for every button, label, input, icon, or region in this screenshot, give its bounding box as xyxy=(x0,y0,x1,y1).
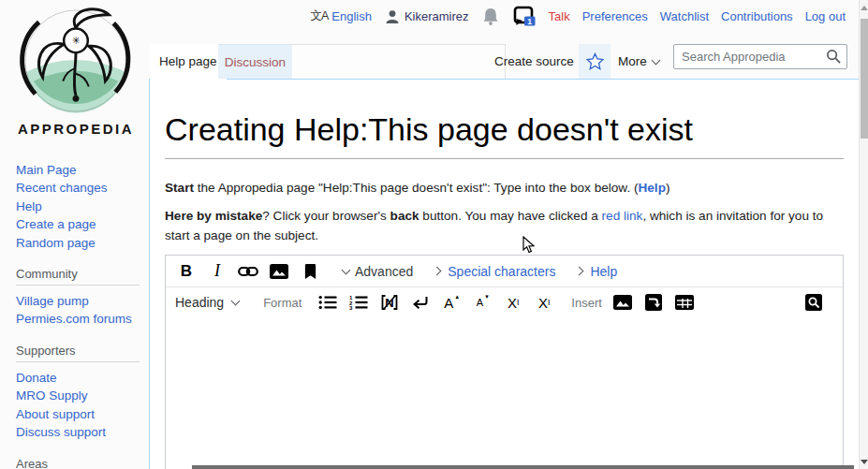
superscript-button[interactable]: XI xyxy=(502,291,524,314)
talk-link[interactable]: Talk xyxy=(549,9,570,23)
nowiki-icon: N xyxy=(380,294,399,311)
editor-toolbar-row1: B I xyxy=(166,256,843,286)
caret-up-icon: ▲ xyxy=(454,294,460,300)
svg-text:3: 3 xyxy=(349,305,353,310)
table-button[interactable] xyxy=(673,291,696,314)
horizontal-scrollbar-thumb[interactable] xyxy=(192,465,854,469)
wikitext-editor: B I xyxy=(165,255,844,469)
help-section-toggle[interactable]: Help xyxy=(576,264,617,279)
sidebar-item-help[interactable]: Help xyxy=(16,198,149,215)
star-icon xyxy=(586,52,604,70)
link-icon xyxy=(238,265,258,278)
image-button[interactable] xyxy=(268,260,290,283)
tab-bar-spacer xyxy=(292,44,506,79)
search-replace-button[interactable] xyxy=(802,291,825,314)
chevron-right-icon xyxy=(433,267,442,276)
editor-toolbar-row2: Heading Format 1 2 3 xyxy=(166,286,843,317)
site-logo[interactable]: ✳ APPROPEDIA xyxy=(6,4,146,137)
sidebar: ✳ APPROPEDIA Main Page Recent changes He… xyxy=(0,0,149,469)
notice-count-badge: 1 xyxy=(527,16,532,25)
sidebar-item-discuss-support[interactable]: Discuss support xyxy=(16,423,149,441)
language-icon: 文A xyxy=(310,8,328,24)
heading-dropdown[interactable]: Heading xyxy=(175,295,239,310)
watchlist-link[interactable]: Watchlist xyxy=(660,9,709,23)
italic-button[interactable]: I xyxy=(206,260,228,283)
special-characters-section-toggle[interactable]: Special characters xyxy=(434,264,555,279)
sidebar-heading-community: Community xyxy=(16,267,140,286)
scroll-up-arrow-icon[interactable] xyxy=(861,6,868,10)
sidebar-heading-supporters: Supporters xyxy=(16,344,140,362)
language-selector[interactable]: 文A English xyxy=(310,8,371,24)
notifications-bell-icon[interactable] xyxy=(481,7,500,27)
chevron-down-icon xyxy=(651,55,660,65)
tab-help-page[interactable]: Help page xyxy=(150,44,227,80)
insert-group-label: Insert xyxy=(571,296,602,310)
tab-create-source[interactable]: Create source xyxy=(494,44,574,79)
nowiki-button[interactable]: N xyxy=(378,291,401,314)
reference-button[interactable] xyxy=(299,260,321,283)
sidebar-item-permies-forums[interactable]: Permies.com forums xyxy=(16,310,149,328)
advanced-section-toggle[interactable]: Advanced xyxy=(343,264,413,279)
user-icon xyxy=(384,8,401,25)
red-link[interactable]: red link xyxy=(602,209,643,223)
edit-textarea[interactable] xyxy=(166,317,843,469)
here-by-mistake-bold: Here by mistake xyxy=(165,209,262,223)
preferences-link[interactable]: Preferences xyxy=(582,9,648,23)
sidebar-item-create-a-page[interactable]: Create a page xyxy=(16,215,149,233)
caret-down-icon: ▼ xyxy=(484,294,490,300)
scroll-down-arrow-icon[interactable] xyxy=(861,460,868,464)
vertical-scrollbar-thumb[interactable] xyxy=(861,19,868,139)
start-bold: Start xyxy=(165,181,194,195)
newline-button[interactable] xyxy=(409,291,432,314)
book-icon xyxy=(303,263,317,280)
sidebar-item-random-page[interactable]: Random page xyxy=(16,234,149,252)
mouse-cursor xyxy=(522,236,535,256)
bold-button[interactable]: B xyxy=(175,260,198,283)
format-group-label: Format xyxy=(263,296,302,310)
vertical-scrollbar[interactable] xyxy=(859,0,868,469)
sidebar-heading-areas: Areas xyxy=(16,457,140,469)
appropedia-globe-logo: ✳ xyxy=(11,4,140,118)
logout-link[interactable]: Log out xyxy=(805,9,846,23)
language-link[interactable]: English xyxy=(331,9,372,23)
numbered-list-icon: 1 2 3 xyxy=(349,295,368,310)
search-replace-icon xyxy=(805,294,822,311)
contributions-link[interactable]: Contributions xyxy=(721,9,793,23)
search-input[interactable] xyxy=(682,50,826,64)
search-icon[interactable] xyxy=(826,49,842,65)
insert-image-button[interactable] xyxy=(611,291,634,314)
help-link[interactable]: Help xyxy=(638,181,665,195)
tab-watch-star[interactable] xyxy=(579,44,611,79)
numbered-list-button[interactable]: 1 2 3 xyxy=(347,291,370,314)
user-menu[interactable]: Kikeramirez xyxy=(384,8,469,25)
bullet-list-button[interactable] xyxy=(316,291,339,314)
image-icon xyxy=(270,264,288,279)
personal-bar: 文A English Kikeramirez 1 Talk Preference… xyxy=(310,0,846,33)
page-title: Creating Help:This page doesn't exist xyxy=(165,110,844,159)
sidebar-item-about-support[interactable]: About support xyxy=(16,405,149,423)
notices-tray-icon[interactable]: 1 xyxy=(512,6,537,28)
content-area: Creating Help:This page doesn't exist St… xyxy=(149,79,859,469)
sidebar-item-village-pump[interactable]: Village pump xyxy=(16,292,149,310)
logo-wordmark: APPROPEDIA xyxy=(6,121,146,137)
sidebar-item-mro-supply[interactable]: MRO Supply xyxy=(16,387,149,404)
intro-paragraph: Start the Appropedia page "Help:This pag… xyxy=(165,178,844,198)
subscript-button[interactable]: XI xyxy=(533,291,555,314)
username-link[interactable]: Kikeramirez xyxy=(405,9,469,23)
redirect-button[interactable] xyxy=(642,291,665,314)
mistake-paragraph: Here by mistake? Click your browser's ba… xyxy=(165,206,844,245)
big-text-button[interactable]: A▲ xyxy=(440,291,463,314)
tab-more-menu[interactable]: More xyxy=(618,44,659,79)
chevron-down-icon xyxy=(342,265,351,274)
sidebar-item-donate[interactable]: Donate xyxy=(16,369,149,387)
more-label: More xyxy=(618,44,647,79)
sidebar-nav: Main Page Recent changes Help Create a p… xyxy=(0,161,149,469)
small-text-button[interactable]: A▼ xyxy=(471,291,493,314)
sidebar-item-recent-changes[interactable]: Recent changes xyxy=(16,179,149,197)
tab-discussion[interactable]: Discussion xyxy=(218,44,292,79)
search-box[interactable] xyxy=(673,44,847,69)
back-bold: back xyxy=(390,209,419,223)
link-button[interactable] xyxy=(237,260,259,283)
sidebar-item-main-page[interactable]: Main Page xyxy=(16,161,149,179)
redirect-icon xyxy=(645,294,662,311)
